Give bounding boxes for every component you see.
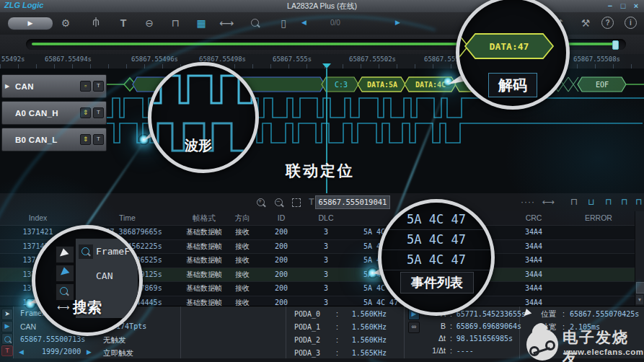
cursor-readouts: A : 65771.545233655s B : 65869.69689064s… xyxy=(424,309,526,358)
channel-row[interactable]: ▶ CAN ▫ T xyxy=(1,74,107,98)
measure-freq-icon[interactable]: ⊓ xyxy=(632,195,644,208)
channel-scale-icon[interactable]: ▫ xyxy=(80,81,91,92)
link-cursors-icon[interactable]: ∞ xyxy=(408,322,420,333)
tools-wrench-icon[interactable]: ⚒ xyxy=(578,16,594,30)
cell-frame-format: 基础数据帧 xyxy=(179,226,229,239)
channel-trigger-icon[interactable]: T xyxy=(93,81,104,92)
callout-events: 5A 4C 47 5A 4C 47 5A 4C 47 事件列表 xyxy=(378,199,495,316)
column-header[interactable]: ERROR xyxy=(563,211,635,225)
callout-dot-decode xyxy=(443,76,453,87)
column-header[interactable]: ID xyxy=(255,211,307,225)
page-next-icon[interactable]: ▶ xyxy=(87,348,92,356)
start-capture-button[interactable]: ▶ xyxy=(7,17,53,30)
callout-dot-search xyxy=(25,298,36,309)
cell-error xyxy=(563,226,635,239)
channel-scale-icon[interactable]: ⇕ xyxy=(80,134,91,145)
callout-label-events: 事件列表 xyxy=(400,272,474,293)
bus-decode-icon[interactable]: ⊖ xyxy=(141,16,157,30)
help-icon[interactable]: ? xyxy=(601,17,614,29)
cell-crc: 34A4 xyxy=(505,268,563,282)
cursor-marker-icon[interactable] xyxy=(322,63,331,69)
callout-label-waveform: 波形 xyxy=(185,136,212,155)
cell-dlc: 3 xyxy=(307,268,345,282)
trigger-edge-icon[interactable]: ⊓ xyxy=(167,16,183,30)
watermark-title: 电子发烧友 xyxy=(563,327,644,362)
channel-scale-icon[interactable]: ⇕ xyxy=(80,107,91,118)
linked-position-label: 联动定位 xyxy=(286,161,355,181)
prev-result-button[interactable]: ◀ xyxy=(301,19,306,26)
cell-crc: 34A4 xyxy=(505,240,563,254)
magnified-search-text: FrameF xyxy=(96,246,130,257)
cell-id: 200 xyxy=(255,282,307,296)
cell-frame-format: 基础数据帧 xyxy=(179,240,229,254)
device-icon[interactable]: ▯ xyxy=(275,16,291,30)
cell-dlc: 3 xyxy=(307,226,345,239)
settings-gear-icon[interactable]: ⚙ xyxy=(58,16,74,30)
measure-width-icon[interactable]: ⟷ xyxy=(219,16,234,30)
trigger-status: 无触发 xyxy=(103,335,126,345)
cursor-row: B : 65869.69689064s xyxy=(424,322,526,334)
table-scrollbar[interactable]: ▾ xyxy=(635,211,644,306)
search-small-icon[interactable] xyxy=(1,333,13,345)
next-result-button[interactable]: ▶ xyxy=(395,19,400,26)
cell-id: 200 xyxy=(255,254,307,268)
page-prev-icon[interactable]: ◀ xyxy=(19,348,24,356)
poda-list: PODA_0 : 1.560KHz PODA_1 : 1.560KHz PODA… xyxy=(294,309,387,361)
trigger-mode: 立即触发 xyxy=(103,348,133,358)
measure-period-icon[interactable]: ⊓ xyxy=(601,195,616,208)
channel-row[interactable]: A0 CAN_H ⇕ T xyxy=(1,101,107,125)
ruler-label: 65867.55502s xyxy=(349,56,396,63)
cursor-arrow-icon[interactable]: ➤ xyxy=(1,309,13,320)
display-view-icon[interactable]: ▦ xyxy=(193,16,209,30)
column-header[interactable]: DLC xyxy=(307,211,345,225)
maximize-button[interactable]: □ xyxy=(617,1,629,11)
cell-direction: 接收 xyxy=(229,226,255,239)
overview-handle[interactable] xyxy=(612,40,619,50)
minimize-button[interactable]: − xyxy=(604,1,616,11)
colon: : xyxy=(450,322,452,330)
divider xyxy=(180,306,181,359)
channel-row[interactable]: B0 CAN_L ⇕ T xyxy=(1,128,107,151)
colon: : xyxy=(450,334,452,343)
column-header[interactable]: 帧格式 xyxy=(179,211,229,225)
poda-value: 1.560KHz xyxy=(352,336,387,344)
cursor-label: 1/Δt xyxy=(424,346,446,355)
column-header[interactable]: Time xyxy=(76,211,179,225)
column-header[interactable]: CRC xyxy=(505,211,563,225)
pulse-icon[interactable]: ⊓ xyxy=(567,195,581,208)
cursor-value: 65869.69689064s xyxy=(456,322,521,330)
magnified-flag-icon xyxy=(56,265,74,282)
label-tool-icon[interactable]: T xyxy=(115,16,131,30)
column-header[interactable]: Index xyxy=(0,211,76,225)
scrollbar-down-icon[interactable]: ▾ xyxy=(636,295,643,304)
scrollbar-thumb[interactable] xyxy=(636,282,644,293)
channel-trigger-icon[interactable]: T xyxy=(93,107,104,118)
callout-label-search: 搜索 xyxy=(73,298,102,317)
pointer-arrow-icon xyxy=(524,309,533,318)
measure-duty-icon[interactable]: ⊓ xyxy=(617,195,632,208)
ruler-label: 65867.555s xyxy=(273,56,312,63)
more-dots-icon[interactable]: ···· xyxy=(521,195,535,208)
colon: : xyxy=(336,309,338,318)
column-header[interactable]: 方向 xyxy=(229,211,255,225)
divider xyxy=(404,306,405,359)
width-measure-icon[interactable]: ⟷ xyxy=(541,195,555,208)
callout-waveform: 波形 xyxy=(148,62,259,173)
poda-row: PODA_2 : 1.560KHz xyxy=(294,335,387,348)
info-icon[interactable]: i xyxy=(625,17,637,29)
width-bar-icon: ⟷ xyxy=(57,302,69,312)
capture-time: 65867.55500713s xyxy=(20,335,85,343)
magnified-cursor-icon xyxy=(56,246,74,263)
poda-value: 1.560KHz xyxy=(352,323,387,331)
cursor-value: 98.151656985s xyxy=(456,335,513,343)
cursor-time-readout[interactable]: 65867.555019041 xyxy=(315,195,390,209)
chevron-right-icon[interactable]: ▶ xyxy=(2,83,12,89)
fit-screen-icon[interactable] xyxy=(292,198,301,207)
trigger-T-icon[interactable]: T xyxy=(1,345,13,356)
close-button[interactable]: × xyxy=(630,1,642,11)
channel-trigger-icon[interactable]: T xyxy=(93,134,104,145)
tray-icon[interactable]: ⊔ xyxy=(584,195,599,208)
probe-brush-icon[interactable]: ψ xyxy=(88,16,104,30)
cell-direction: 接收 xyxy=(229,240,255,254)
flag-marker-icon[interactable]: ▶ xyxy=(1,321,13,332)
